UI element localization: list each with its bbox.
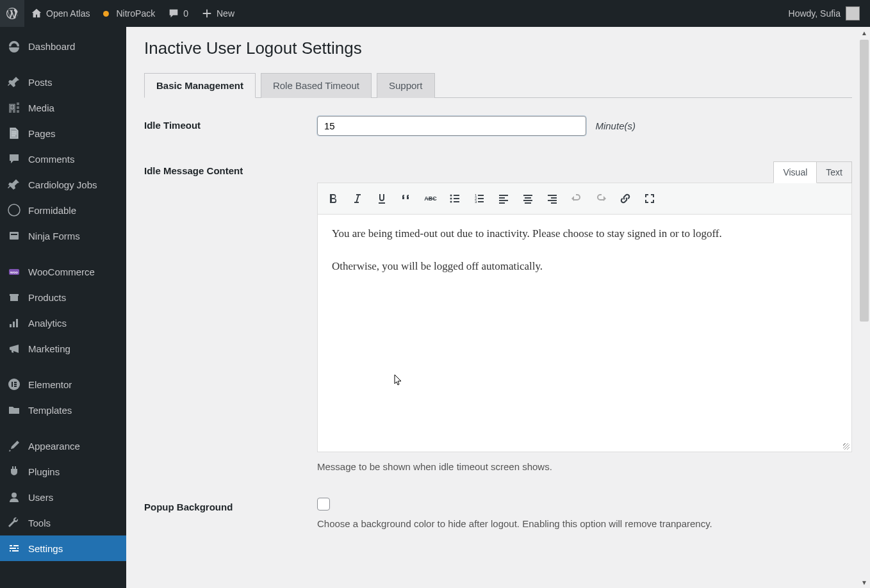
sidebar-item-label: Pages: [28, 128, 56, 139]
plug-icon: [8, 465, 21, 478]
popup-bg-help: Choose a background color to hide after …: [317, 518, 852, 529]
sidebar-item-label: Appearance: [28, 441, 80, 452]
sidebar-item-posts[interactable]: Posts: [0, 69, 126, 95]
sidebar-item-pages[interactable]: Pages: [0, 120, 126, 146]
svg-point-11: [450, 201, 452, 203]
plus-icon: [201, 8, 213, 19]
idle-timeout-label: Idle Timeout: [144, 116, 317, 131]
media-icon: [8, 101, 21, 114]
brush-icon: [8, 439, 21, 452]
sidebar-item-media[interactable]: Media: [0, 95, 126, 120]
tab-support[interactable]: Support: [377, 73, 435, 98]
align-left-button[interactable]: [492, 186, 515, 211]
vertical-scrollbar[interactable]: ▲ ▼: [858, 27, 870, 588]
editor-toolbar: ABC 123: [318, 183, 851, 215]
sidebar-item-label: Marketing: [28, 343, 70, 354]
page-title: Inactive User Logout Settings: [144, 38, 852, 58]
popup-bg-checkbox[interactable]: [317, 498, 330, 510]
wordpress-icon: [6, 8, 18, 19]
numbered-list-button[interactable]: 123: [468, 186, 491, 211]
nitropack-label: NitroPack: [117, 8, 156, 19]
idle-message-help: Message to be shown when idle timeout sc…: [317, 461, 852, 472]
user-icon: [8, 491, 21, 503]
idle-timeout-input[interactable]: [317, 116, 586, 136]
editor-tab-text[interactable]: Text: [817, 161, 852, 183]
megaphone-icon: [8, 342, 21, 355]
sidebar-item-label: Products: [28, 292, 66, 303]
sliders-icon: [8, 542, 21, 555]
fullscreen-button[interactable]: [638, 186, 661, 211]
wrench-icon: [8, 516, 21, 529]
sidebar-item-elementor[interactable]: Elementor: [0, 372, 126, 397]
avatar: [846, 6, 860, 20]
tab-basic-management[interactable]: Basic Management: [144, 73, 256, 98]
sidebar-item-formidable[interactable]: Formidable: [0, 197, 126, 223]
sidebar-item-woocommerce[interactable]: woo WooCommerce: [0, 259, 126, 284]
wp-logo[interactable]: [0, 0, 24, 27]
strikethrough-button[interactable]: ABC: [419, 186, 442, 211]
comment-icon: [8, 152, 21, 165]
bold-button[interactable]: [322, 186, 345, 211]
tab-role-based-timeout[interactable]: Role Based Timeout: [261, 73, 372, 98]
svg-rect-2: [10, 232, 19, 240]
scroll-down-button[interactable]: ▼: [858, 576, 870, 588]
pin-icon: [8, 178, 21, 191]
editor-tab-visual[interactable]: Visual: [773, 161, 817, 183]
resize-grip-icon[interactable]: [841, 441, 850, 450]
rich-editor: ABC 123 You are being time: [317, 183, 852, 452]
dashboard-icon: [8, 40, 21, 53]
woo-icon: woo: [8, 265, 21, 278]
sidebar-item-settings[interactable]: Settings: [0, 535, 126, 561]
redo-button[interactable]: [589, 186, 612, 211]
sidebar-item-analytics[interactable]: Analytics: [0, 310, 126, 336]
sidebar-item-label: Media: [28, 102, 54, 113]
settings-tabs: Basic Management Role Based Timeout Supp…: [144, 72, 852, 98]
bullet-list-button[interactable]: [443, 186, 466, 211]
folder-icon: [8, 404, 21, 416]
status-dot-icon: [103, 11, 109, 17]
align-center-button[interactable]: [516, 186, 539, 211]
sidebar-item-label: Formidable: [28, 205, 76, 216]
editor-paragraph: Otherwise, you will be logged off automa…: [332, 257, 837, 276]
new-item[interactable]: New: [195, 0, 241, 27]
elementor-icon: [8, 378, 21, 391]
sidebar-item-dashboard[interactable]: Dashboard: [0, 33, 126, 59]
editor-content[interactable]: You are being timed-out out due to inact…: [318, 215, 851, 452]
link-button[interactable]: [614, 186, 637, 211]
nitropack-item[interactable]: NitroPack: [97, 0, 162, 27]
sidebar-item-marketing[interactable]: Marketing: [0, 336, 126, 361]
sidebar-item-label: Elementor: [28, 379, 72, 390]
sidebar-item-tools[interactable]: Tools: [0, 510, 126, 535]
greeting-text: Howdy, Sufia: [789, 8, 841, 19]
underline-button[interactable]: [370, 186, 393, 211]
sidebar-item-appearance[interactable]: Appearance: [0, 433, 126, 459]
sidebar-item-ninja-forms[interactable]: Ninja Forms: [0, 223, 126, 249]
blockquote-button[interactable]: [395, 186, 418, 211]
sidebar-item-users[interactable]: Users: [0, 484, 126, 510]
sidebar-item-cardiology-jobs[interactable]: Cardiology Jobs: [0, 172, 126, 197]
sidebar-item-label: Posts: [28, 77, 53, 88]
formidable-icon: [8, 204, 21, 216]
svg-text:3: 3: [475, 200, 477, 204]
account-area[interactable]: Howdy, Sufia: [789, 6, 864, 20]
svg-point-1: [8, 204, 20, 216]
undo-button[interactable]: [565, 186, 588, 211]
svg-rect-3: [11, 234, 17, 235]
sidebar-item-products[interactable]: Products: [0, 284, 126, 310]
sidebar-item-plugins[interactable]: Plugins: [0, 459, 126, 484]
box-icon: [8, 291, 21, 304]
sidebar-item-label: Ninja Forms: [28, 231, 80, 241]
scroll-up-button[interactable]: ▲: [858, 27, 870, 38]
sidebar-item-label: Users: [28, 492, 53, 503]
sidebar-item-label: Settings: [28, 543, 63, 554]
sidebar-item-label: Analytics: [28, 318, 67, 329]
sidebar-item-templates[interactable]: Templates: [0, 397, 126, 423]
idle-timeout-suffix: Minute(s): [595, 120, 636, 131]
scroll-thumb[interactable]: [860, 40, 869, 322]
sidebar-item-label: Comments: [28, 154, 75, 165]
site-home[interactable]: Open Atlas: [24, 0, 97, 27]
sidebar-item-comments[interactable]: Comments: [0, 146, 126, 172]
comments-item[interactable]: 0: [161, 0, 195, 27]
italic-button[interactable]: [346, 186, 369, 211]
align-right-button[interactable]: [541, 186, 564, 211]
